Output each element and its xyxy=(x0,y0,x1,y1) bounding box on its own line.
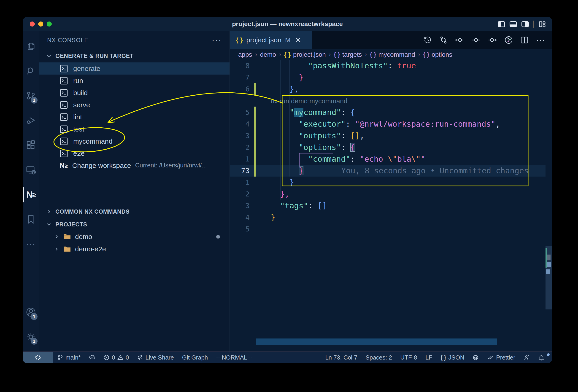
sidebar-more-actions-icon[interactable]: ··· xyxy=(212,38,222,42)
breadcrumb-label: apps xyxy=(238,51,252,58)
sidebar-target-item[interactable]: e2e xyxy=(39,147,230,159)
compare-changes-icon[interactable] xyxy=(439,36,448,44)
modified-indicator: M xyxy=(285,36,290,44)
eol-status[interactable]: LF xyxy=(421,354,436,361)
nx-console-sidebar: NX CONSOLE ··· GENERATE & RUN TARGET gen… xyxy=(39,31,230,351)
code-token xyxy=(271,166,299,175)
accounts-icon[interactable]: 1 xyxy=(23,300,39,325)
vim-mode-status[interactable]: -- NORMAL -- xyxy=(212,354,256,361)
breadcrumb-separator: › xyxy=(255,51,257,58)
change-workspace-item[interactable]: N≥ Change workspace Current: /Users/juri… xyxy=(39,159,230,172)
overview-ruler-mark xyxy=(547,255,551,260)
git-graph-status[interactable]: Git Graph xyxy=(178,354,212,361)
chevron-down-icon xyxy=(46,222,52,227)
terminal-icon xyxy=(59,101,68,109)
language-mode-status[interactable]: { } JSON xyxy=(436,354,468,361)
code-token: \" xyxy=(411,154,421,164)
toggle-secondary-sidebar-icon[interactable] xyxy=(522,21,529,27)
source-control-icon[interactable]: 1 xyxy=(23,84,39,108)
section-projects[interactable]: PROJECTS xyxy=(39,218,230,230)
code-token xyxy=(271,201,280,210)
current-change-icon[interactable] xyxy=(471,36,481,44)
line-number: 1 xyxy=(230,176,250,188)
explorer-icon[interactable] xyxy=(23,34,39,59)
sidebar-target-item[interactable]: run xyxy=(39,75,230,87)
titlebar-divider xyxy=(533,21,534,28)
code-line: 3 "tags": [] xyxy=(230,200,552,212)
section-generate-run-target[interactable]: GENERATE & RUN TARGET xyxy=(39,49,230,62)
minimize-window-button[interactable] xyxy=(38,21,43,27)
notifications-status[interactable] xyxy=(534,354,549,361)
maximize-window-button[interactable] xyxy=(47,21,52,27)
code-token: "executor" xyxy=(299,119,346,129)
project-row[interactable]: demo-e2e xyxy=(39,243,230,255)
horizontal-scrollbar[interactable] xyxy=(256,339,497,345)
next-change-icon[interactable] xyxy=(488,36,497,44)
feedback-smiley-status[interactable] xyxy=(468,354,483,361)
language-label: JSON xyxy=(448,354,464,361)
error-count: 0 xyxy=(112,354,115,361)
sidebar-target-item[interactable]: build xyxy=(39,87,230,99)
codelens-run-command[interactable]: nx run demo:mycommand xyxy=(271,97,347,105)
section-common-nx-commands[interactable]: COMMON NX COMMANDS xyxy=(39,205,230,218)
encoding-status[interactable]: UTF-8 xyxy=(396,354,421,361)
editor-group: { } project.json M ✕ xyxy=(230,31,552,351)
search-icon[interactable] xyxy=(23,59,39,84)
live-share-status[interactable]: Live Share xyxy=(133,354,178,361)
nx-console-icon[interactable]: N≥ xyxy=(23,182,39,207)
line-number: 4 xyxy=(230,212,250,223)
tour-status[interactable] xyxy=(519,354,534,361)
extensions-icon[interactable] xyxy=(23,133,39,158)
split-editor-icon[interactable] xyxy=(520,36,529,44)
breadcrumb-item[interactable]: { }options xyxy=(423,51,452,58)
prettier-status[interactable]: Prettier xyxy=(483,354,519,361)
tab-project-json[interactable]: { } project.json M ✕ xyxy=(230,31,312,49)
cursor-position-status[interactable]: Ln 73, Col 7 xyxy=(321,354,361,361)
problems-status[interactable]: 0 0 xyxy=(99,354,133,361)
breadcrumb-label: project.json xyxy=(293,51,326,58)
more-views-icon[interactable]: ⋯ xyxy=(23,232,39,256)
previous-change-icon[interactable] xyxy=(455,36,464,44)
braces-icon: { } xyxy=(370,51,376,58)
code-token xyxy=(271,131,299,140)
project-row[interactable]: demo xyxy=(39,230,230,243)
sidebar-target-item[interactable]: test xyxy=(39,123,230,135)
run-debug-icon[interactable] xyxy=(23,108,39,133)
remote-explorer-icon[interactable] xyxy=(23,158,39,182)
sync-status[interactable] xyxy=(85,354,99,361)
target-label: e2e xyxy=(73,150,85,157)
sidebar-target-item[interactable]: generate xyxy=(39,62,230,75)
branch-status[interactable]: main* xyxy=(53,354,85,361)
toggle-sidebar-icon[interactable] xyxy=(498,21,505,27)
remote-indicator[interactable] xyxy=(23,352,53,363)
vscode-window: project.json — newnxreactwrkspace xyxy=(23,17,552,363)
sidebar-target-item[interactable]: mycommand xyxy=(39,135,230,147)
breadcrumb-item[interactable]: { }targets xyxy=(334,51,362,58)
close-window-button[interactable] xyxy=(30,21,35,27)
indentation-status[interactable]: Spaces: 2 xyxy=(362,354,396,361)
gitlens-graph-icon[interactable] xyxy=(504,36,513,44)
close-tab-icon[interactable]: ✕ xyxy=(295,36,301,44)
bookmarks-icon[interactable] xyxy=(23,207,39,232)
breadcrumb-item[interactable]: apps xyxy=(238,51,252,58)
sidebar-target-item[interactable]: lint xyxy=(39,111,230,123)
code-token: }, xyxy=(280,189,289,199)
toggle-panel-icon[interactable] xyxy=(510,21,517,27)
timeline-history-icon[interactable] xyxy=(424,36,432,44)
code-token: "command" xyxy=(308,154,350,164)
code-editor[interactable]: 8 "passWithNoTests": true7 }6 },nx run d… xyxy=(230,60,552,351)
breadcrumb-item[interactable]: demo xyxy=(260,51,276,58)
settings-gear-icon[interactable]: 1 xyxy=(23,325,39,349)
breadcrumb: apps›demo›{ }project.json›{ }targets›{ }… xyxy=(230,49,552,60)
breadcrumb-label: targets xyxy=(342,51,362,58)
codelens-line: nx run demo:mycommand xyxy=(230,95,552,107)
breadcrumb-separator: › xyxy=(279,51,281,58)
breadcrumb-item[interactable]: { }mycommand xyxy=(370,51,415,58)
main-area: 1 xyxy=(23,31,552,351)
breadcrumb-item[interactable]: { }project.json xyxy=(284,51,326,58)
customize-layout-icon[interactable] xyxy=(539,21,545,28)
target-label: run xyxy=(73,77,83,85)
editor-more-actions-icon[interactable]: ⋯ xyxy=(536,39,545,41)
code-token xyxy=(271,154,308,164)
sidebar-target-item[interactable]: serve xyxy=(39,99,230,111)
